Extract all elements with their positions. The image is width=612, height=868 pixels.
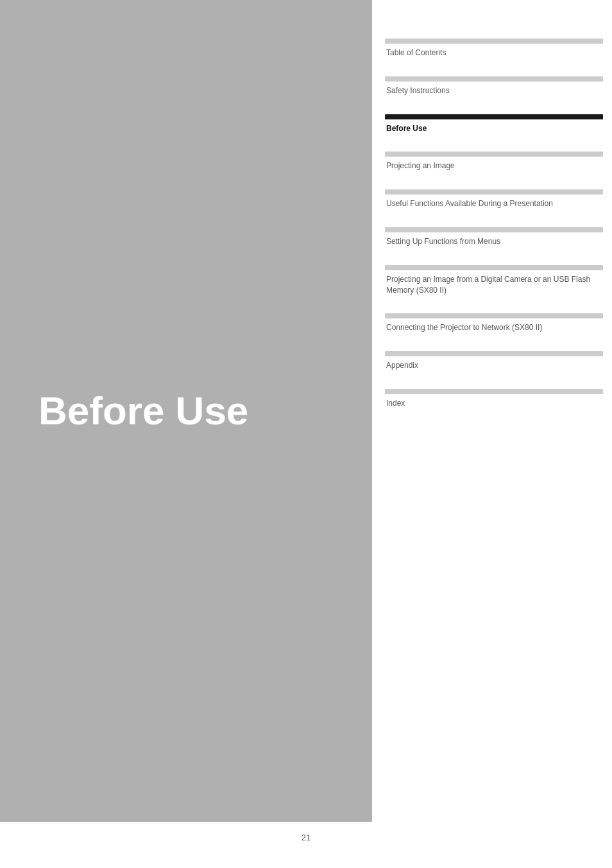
before-use-title: Before Use [38, 389, 248, 433]
nav-label-projecting-an-image: Projecting an Image [385, 161, 603, 171]
nav-bar-projecting-digital-camera [385, 265, 603, 270]
nav-label-appendix: Appendix [385, 360, 603, 371]
nav-bar-index [385, 389, 603, 394]
nav-item-before-use[interactable]: Before Use [385, 114, 603, 134]
nav-label-projecting-digital-camera: Projecting an Image from a Digital Camer… [385, 274, 603, 296]
nav-bar-useful-functions [385, 189, 603, 195]
nav-item-connecting-network[interactable]: Connecting the Projector to Network (SX8… [385, 313, 603, 333]
nav-label-before-use: Before Use [385, 123, 603, 134]
nav-label-table-of-contents: Table of Contents [385, 48, 603, 58]
nav-bar-before-use [385, 114, 603, 119]
nav-bar-table-of-contents [385, 39, 603, 44]
nav-item-safety-instructions[interactable]: Safety Instructions [385, 76, 603, 96]
nav-item-projecting-an-image[interactable]: Projecting an Image [385, 152, 603, 171]
nav-label-connecting-network: Connecting the Projector to Network (SX8… [385, 322, 603, 333]
nav-item-table-of-contents[interactable]: Table of Contents [385, 39, 603, 58]
nav-label-safety-instructions: Safety Instructions [385, 85, 603, 96]
nav-item-useful-functions[interactable]: Useful Functions Available During a Pres… [385, 189, 603, 209]
right-panel-nav: Table of Contents Safety Instructions Be… [385, 39, 603, 427]
nav-bar-projecting-an-image [385, 152, 603, 157]
nav-item-index[interactable]: Index [385, 389, 603, 409]
page-number: 21 [302, 833, 310, 842]
nav-label-useful-functions: Useful Functions Available During a Pres… [385, 198, 603, 209]
page-container: Before Use Table of Contents Safety Inst… [0, 0, 612, 868]
nav-item-projecting-digital-camera[interactable]: Projecting an Image from a Digital Camer… [385, 265, 603, 296]
nav-bar-safety-instructions [385, 76, 603, 82]
nav-label-index: Index [385, 398, 603, 409]
nav-item-appendix[interactable]: Appendix [385, 351, 603, 371]
nav-bar-setting-up-functions [385, 227, 603, 232]
nav-label-setting-up-functions: Setting Up Functions from Menus [385, 236, 603, 247]
nav-bar-connecting-network [385, 313, 603, 318]
left-panel: Before Use [0, 0, 372, 822]
nav-bar-appendix [385, 351, 603, 356]
nav-item-setting-up-functions[interactable]: Setting Up Functions from Menus [385, 227, 603, 247]
